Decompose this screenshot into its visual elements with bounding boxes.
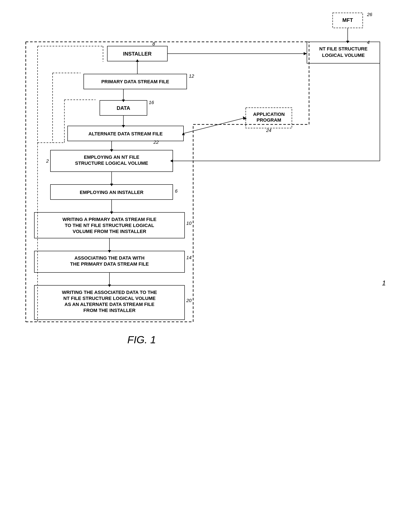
svg-text:6: 6 bbox=[175, 188, 178, 194]
diagram-svg: MFT 26 NT FILE STRUCTURE LOGICAL VOLUME … bbox=[13, 9, 407, 502]
svg-rect-9 bbox=[107, 46, 167, 61]
svg-text:THE PRIMARY DATA STREAM FILE: THE PRIMARY DATA STREAM FILE bbox=[70, 261, 149, 267]
svg-text:DATA: DATA bbox=[117, 105, 130, 111]
svg-marker-49 bbox=[110, 184, 113, 186]
svg-rect-28 bbox=[68, 126, 184, 141]
svg-marker-8 bbox=[346, 41, 349, 43]
svg-text:APPLICATION: APPLICATION bbox=[253, 112, 284, 117]
svg-marker-56 bbox=[110, 212, 113, 214]
svg-rect-50 bbox=[34, 212, 185, 238]
svg-rect-3 bbox=[307, 42, 380, 63]
svg-text:ALTERNATE DATA STREAM FILE: ALTERNATE DATA STREAM FILE bbox=[88, 131, 163, 136]
svg-text:WRITING THE ASSOCIATED DATA TO: WRITING THE ASSOCIATED DATA TO THE bbox=[62, 290, 157, 295]
svg-text:MFT: MFT bbox=[342, 17, 353, 23]
svg-marker-32 bbox=[122, 125, 125, 128]
svg-text:14: 14 bbox=[186, 255, 191, 260]
svg-rect-57 bbox=[34, 251, 185, 273]
svg-rect-14 bbox=[84, 74, 187, 89]
svg-text:16: 16 bbox=[149, 100, 154, 105]
svg-text:EMPLOYING AN NT FILE: EMPLOYING AN NT FILE bbox=[84, 155, 139, 160]
svg-line-33 bbox=[184, 118, 245, 133]
svg-rect-24 bbox=[246, 108, 292, 128]
svg-rect-45 bbox=[50, 184, 173, 200]
svg-text:WRITING A PRIMARY DATA STREAM : WRITING A PRIMARY DATA STREAM FILE bbox=[62, 217, 156, 222]
svg-rect-36 bbox=[50, 150, 173, 172]
svg-rect-0 bbox=[333, 13, 363, 28]
svg-text:4: 4 bbox=[367, 40, 370, 45]
svg-text:AS AN ALTERNATE DATA STREAM FI: AS AN ALTERNATE DATA STREAM FILE bbox=[65, 302, 155, 307]
svg-text:PRIMARY DATA STREAM FILE: PRIMARY DATA STREAM FILE bbox=[101, 79, 169, 84]
svg-text:20: 20 bbox=[186, 298, 192, 303]
svg-marker-18 bbox=[136, 59, 139, 62]
svg-text:26: 26 bbox=[367, 12, 372, 17]
svg-rect-19 bbox=[100, 100, 147, 115]
svg-text:ASSOCIATING THE DATA WITH: ASSOCIATING THE DATA WITH bbox=[74, 255, 145, 261]
svg-marker-35 bbox=[182, 132, 185, 135]
svg-marker-34 bbox=[243, 116, 247, 120]
svg-text:VOLUME FROM THE INSTALLER: VOLUME FROM THE INSTALLER bbox=[73, 229, 146, 234]
svg-marker-62 bbox=[108, 250, 111, 253]
svg-text:NT FILE STRUCTURE: NT FILE STRUCTURE bbox=[319, 46, 368, 51]
svg-text:10: 10 bbox=[186, 221, 192, 226]
svg-text:INSTALLER: INSTALLER bbox=[123, 51, 152, 57]
svg-text:12: 12 bbox=[189, 73, 194, 79]
svg-text:FROM THE INSTALLER: FROM THE INSTALLER bbox=[84, 308, 136, 313]
svg-text:24: 24 bbox=[266, 128, 271, 133]
svg-text:PROGRAM: PROGRAM bbox=[257, 117, 281, 123]
svg-marker-70 bbox=[108, 285, 111, 287]
svg-text:TO THE NT FILE STRUCTURE LOGIC: TO THE NT FILE STRUCTURE LOGICAL bbox=[65, 223, 154, 228]
svg-rect-63 bbox=[34, 285, 185, 320]
svg-text:EMPLOYING AN INSTALLER: EMPLOYING AN INSTALLER bbox=[80, 190, 144, 195]
svg-marker-44 bbox=[170, 159, 173, 162]
svg-text:NT FILE STRUCTURE LOGICAL VOLU: NT FILE STRUCTURE LOGICAL VOLUME bbox=[63, 296, 156, 301]
svg-text:8: 8 bbox=[152, 41, 155, 47]
svg-text:2: 2 bbox=[46, 158, 49, 164]
svg-marker-13 bbox=[304, 52, 307, 55]
svg-text:1: 1 bbox=[382, 279, 386, 287]
svg-text:22: 22 bbox=[153, 139, 159, 145]
svg-marker-41 bbox=[110, 149, 113, 152]
svg-marker-23 bbox=[122, 99, 125, 102]
diagram-container: MFT 26 NT FILE STRUCTURE LOGICAL VOLUME … bbox=[13, 9, 407, 502]
svg-text:FIG. 1: FIG. 1 bbox=[127, 334, 156, 345]
svg-text:STRUCTURE LOGICAL VOLUME: STRUCTURE LOGICAL VOLUME bbox=[75, 160, 148, 166]
svg-text:LOGICAL VOLUME: LOGICAL VOLUME bbox=[322, 53, 365, 58]
